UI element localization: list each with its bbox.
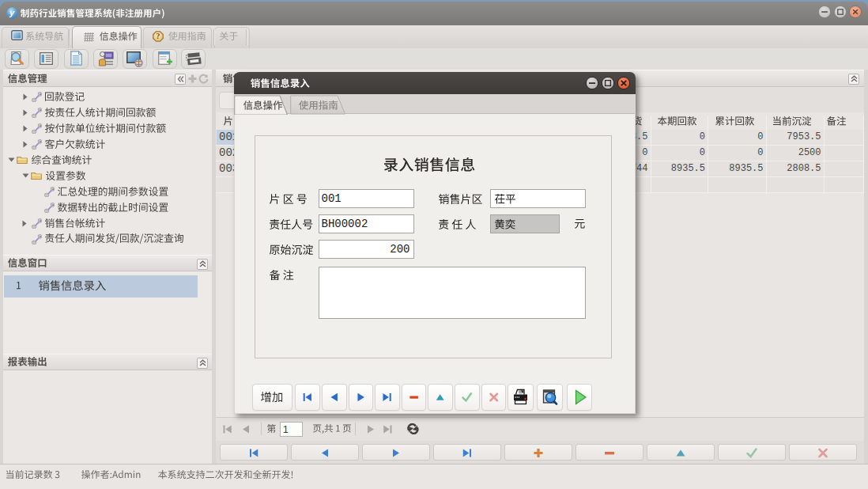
svg-text:y: y (9, 8, 15, 17)
svg-text:?: ? (157, 32, 160, 40)
